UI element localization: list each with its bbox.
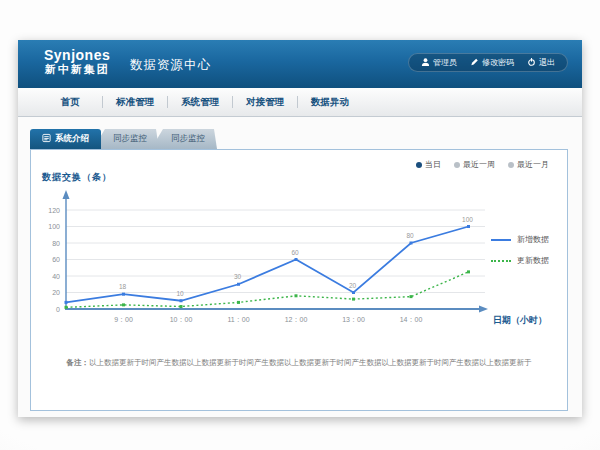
tab-2[interactable]: 同步监控 (151, 129, 217, 149)
brand-logo: Synjones 新中新集团 (44, 47, 110, 76)
svg-text:100: 100 (48, 223, 60, 230)
tab-0[interactable]: 系统介绍 (30, 129, 101, 149)
document-icon (42, 133, 51, 145)
user-menu-item-change-password[interactable]: 修改密码 (470, 57, 514, 69)
legend-swatch (491, 239, 511, 241)
radio-dot (454, 162, 460, 168)
svg-text:11：00: 11：00 (227, 316, 249, 323)
user-menu-item-logout[interactable]: 退出 (527, 57, 555, 69)
system-intro-panel: 当日最近一周最近一月 数据交换（条） 0204060801001209：0010… (30, 149, 568, 411)
y-axis-title: 数据交换（条） (42, 171, 112, 184)
legend-item-1: 更新数据 (491, 255, 549, 266)
svg-text:0: 0 (56, 306, 60, 313)
user-menu-item-admin[interactable]: 管理员 (421, 57, 457, 69)
screen: Synjones 新中新集团 数据资源中心 管理员修改密码退出 首页标准管理系统… (0, 0, 600, 450)
svg-text:20: 20 (349, 282, 357, 289)
user-icon (421, 57, 430, 69)
svg-text:9：00: 9：00 (114, 316, 133, 323)
content-area: 系统介绍同步监控同步监控 当日最近一周最近一月 数据交换（条） 02040608… (18, 117, 582, 417)
app-title: 数据资源中心 (130, 57, 211, 74)
tab-1[interactable]: 同步监控 (93, 129, 159, 149)
nav-item-3[interactable]: 对接管理 (233, 96, 297, 109)
chart-legend: 新增数据更新数据 (491, 234, 549, 266)
svg-text:60: 60 (52, 256, 60, 263)
nav-item-1[interactable]: 标准管理 (103, 96, 167, 109)
footnote-label: 备注： (67, 358, 90, 367)
brand-logo-text: Synjones (44, 47, 110, 63)
power-icon (527, 57, 536, 69)
brand-logo-subtext: 新中新集团 (44, 63, 110, 76)
footnote-text: 以上数据更新于时间产生数据以上数据更新于时间产生数据以上数据更新于时间产生数据以… (89, 358, 532, 367)
svg-text:12：00: 12：00 (285, 316, 308, 323)
svg-text:100: 100 (462, 216, 473, 223)
svg-text:30: 30 (234, 273, 242, 280)
svg-text:20: 20 (52, 289, 60, 296)
user-menu: 管理员修改密码退出 (408, 53, 568, 72)
nav-item-4[interactable]: 数据异动 (298, 96, 362, 109)
svg-text:18: 18 (119, 283, 127, 290)
radio-option-1[interactable]: 最近一周 (454, 159, 495, 170)
svg-text:40: 40 (52, 273, 60, 280)
app-header: Synjones 新中新集团 数据资源中心 管理员修改密码退出 (18, 40, 582, 88)
svg-text:10: 10 (176, 290, 184, 297)
radio-dot (508, 162, 514, 168)
edit-icon (470, 57, 479, 69)
svg-text:80: 80 (406, 232, 414, 239)
legend-item-0: 新增数据 (491, 234, 549, 245)
app-window: Synjones 新中新集团 数据资源中心 管理员修改密码退出 首页标准管理系统… (18, 40, 582, 417)
svg-text:120: 120 (48, 207, 60, 214)
svg-text:日期（小时）: 日期（小时） (493, 315, 547, 325)
svg-text:60: 60 (291, 249, 299, 256)
tab-bar: 系统介绍同步监控同步监控 (30, 129, 217, 149)
nav-item-0[interactable]: 首页 (38, 96, 102, 109)
legend-swatch (491, 260, 511, 262)
svg-text:13：00: 13：00 (342, 316, 365, 323)
chart-container: 0204060801001209：0010：0011：0012：0013：001… (37, 184, 567, 340)
nav-item-2[interactable]: 系统管理 (168, 96, 232, 109)
radio-option-0[interactable]: 当日 (416, 159, 441, 170)
svg-text:80: 80 (52, 240, 60, 247)
date-range-filter: 当日最近一周最近一月 (416, 159, 549, 170)
main-nav: 首页标准管理系统管理对接管理数据异动 (18, 88, 582, 117)
radio-option-2[interactable]: 最近一月 (508, 159, 549, 170)
svg-text:14：00: 14：00 (400, 316, 423, 323)
footnote: 备注：以上数据更新于时间产生数据以上数据更新于时间产生数据以上数据更新于时间产生… (31, 358, 567, 368)
data-exchange-chart: 0204060801001209：0010：0011：0012：0013：001… (37, 184, 567, 336)
svg-text:10：00: 10：00 (170, 316, 193, 323)
radio-dot (416, 162, 422, 168)
